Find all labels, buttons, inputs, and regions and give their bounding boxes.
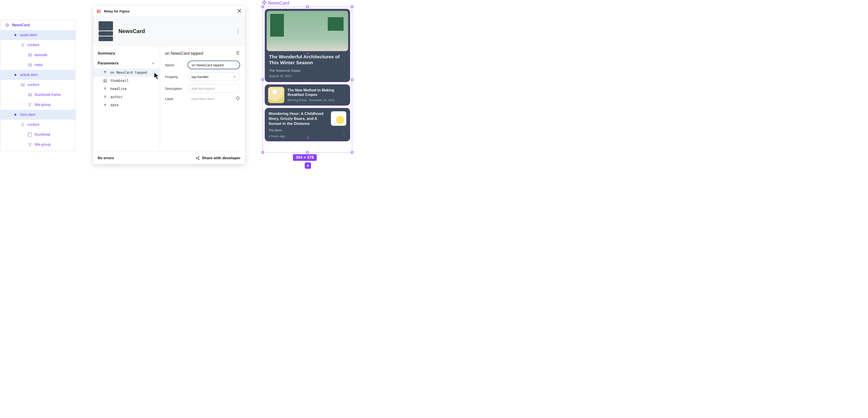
canvas-label-text: NewsCard (268, 0, 289, 6)
name-input[interactable]: on NewsCard tapped (188, 61, 240, 69)
layer-icon (13, 113, 18, 117)
size-badge: 354 × 578 (293, 154, 317, 161)
field-layer: Layer view=hero-item (165, 96, 240, 101)
svg-rect-17 (264, 3, 265, 4)
close-icon[interactable] (237, 9, 241, 14)
layer-label: thumbnail (35, 132, 50, 137)
hero-item: The Wonderful Architectures of This Wint… (265, 9, 350, 82)
parameter-detail-heading: on NewsCard tapped (165, 51, 203, 56)
plugin-left-pane: Summary Parameters ＋ on NewsCard tappedt… (93, 46, 160, 152)
plugin-right-pane: on NewsCard tapped Name on NewsCard tapp… (160, 46, 245, 152)
errors-status[interactable]: No errors (98, 156, 114, 160)
resize-handle[interactable] (306, 6, 309, 8)
layer-label: content (27, 123, 39, 127)
layer-row[interactable]: hero-item (1, 110, 75, 120)
delete-icon[interactable] (236, 51, 240, 56)
hero-thumbnail (267, 11, 348, 51)
layer-row[interactable]: thumbnail (1, 129, 75, 140)
parameter-type-icon (103, 95, 107, 99)
svg-rect-5 (14, 73, 17, 76)
layer-icon (28, 103, 32, 107)
layer-row[interactable]: episode (1, 50, 75, 60)
property-label: Property (165, 75, 188, 79)
plugin-footer: No errors Share with developer (93, 152, 245, 164)
parameter-row[interactable]: author (93, 93, 160, 101)
parameter-row[interactable]: headline (93, 85, 160, 93)
resize-handle[interactable] (351, 151, 353, 154)
layer-icon (13, 33, 18, 37)
layer-icon (13, 73, 18, 77)
component-icon (262, 0, 266, 6)
property-select[interactable]: tap-handler (188, 72, 240, 81)
layer-label: title-group (35, 103, 51, 107)
target-icon[interactable] (236, 96, 240, 101)
canvas-selection-frame[interactable]: The Wonderful Architectures of This Wint… (263, 7, 352, 152)
layer-row-root[interactable]: NewsCard (1, 20, 75, 30)
svg-rect-16 (265, 2, 266, 3)
audio-author: The Bees (269, 128, 328, 132)
parameter-row[interactable]: thumbnail (93, 77, 160, 85)
svg-point-10 (237, 97, 239, 99)
layer-row[interactable]: content (1, 120, 75, 129)
parameter-row[interactable]: on NewsCard tapped (93, 68, 160, 77)
relay-logo-icon (97, 9, 102, 13)
layer-row[interactable]: thumbnail-frame (1, 90, 75, 100)
article-item: The New Method to Making Breakfast Crepe… (265, 84, 350, 106)
layers-panel: NewsCard audio-itemcontentepisodemetaart… (0, 20, 75, 151)
resize-handle[interactable] (351, 6, 353, 8)
layer-row[interactable]: article-item (1, 70, 75, 80)
article-author: Morning Break (287, 98, 307, 102)
layer-row[interactable]: content (1, 80, 75, 90)
component-icon (5, 23, 9, 27)
resize-handle[interactable] (261, 6, 264, 8)
parameter-label: thumbnail (110, 79, 129, 83)
canvas-component-label[interactable]: NewsCard (262, 0, 289, 6)
parameter-type-icon (103, 103, 107, 107)
more-icon[interactable]: ⋮ (342, 132, 346, 138)
description-label: Description (165, 87, 188, 90)
audio-thumbnail (331, 111, 346, 126)
layer-row[interactable]: meta (1, 60, 75, 70)
add-variant-button[interactable]: ＋ (305, 162, 311, 169)
resize-handle[interactable] (261, 151, 264, 154)
audio-time: 4 hours ago (269, 135, 328, 138)
summary-heading[interactable]: Summary (93, 51, 160, 60)
layer-label: episode (35, 53, 47, 57)
layer-icon (28, 143, 32, 147)
layer-row[interactable]: audio-item (1, 30, 75, 40)
component-thumbnail (98, 20, 114, 42)
layer-label: title-group (35, 143, 51, 147)
field-property: Property tap-handler (165, 72, 240, 81)
layer-label: NewsCard (12, 23, 30, 27)
newscard-component: The Wonderful Architectures of This Wint… (265, 9, 350, 150)
svg-rect-2 (8, 24, 9, 26)
component-name: NewsCard (119, 28, 145, 34)
add-parameter-icon[interactable]: ＋ (151, 60, 155, 66)
audio-item: Wondering Hour: A Childhood Story, Grizz… (265, 108, 350, 141)
resize-handle[interactable] (261, 79, 264, 81)
description-input[interactable]: Add description (188, 84, 240, 93)
layer-row[interactable]: title-group (1, 100, 75, 110)
parameter-row[interactable]: date (93, 101, 160, 109)
anchor-dot (307, 53, 309, 55)
layer-label: content (27, 43, 39, 47)
more-icon[interactable]: ⋮ (236, 28, 241, 34)
resize-handle[interactable] (351, 79, 353, 81)
svg-point-13 (198, 159, 199, 160)
layer-icon (28, 63, 32, 67)
layer-label: hero-item (20, 113, 35, 117)
layer-icon (28, 132, 32, 137)
layer-label: Layer (165, 97, 188, 101)
layer-row[interactable]: content (1, 40, 75, 50)
svg-rect-6 (14, 113, 17, 116)
parameter-label: headline (110, 87, 127, 91)
article-date: November 10, 2021 (309, 98, 335, 102)
share-button[interactable]: Share with developer (195, 156, 241, 160)
resize-handle[interactable] (306, 151, 309, 154)
layer-label: content (27, 83, 39, 87)
svg-rect-1 (6, 24, 7, 26)
anchor-dot (307, 137, 309, 139)
svg-rect-4 (14, 34, 17, 36)
layer-row[interactable]: title-group (1, 140, 75, 150)
parameter-label: date (110, 103, 119, 107)
